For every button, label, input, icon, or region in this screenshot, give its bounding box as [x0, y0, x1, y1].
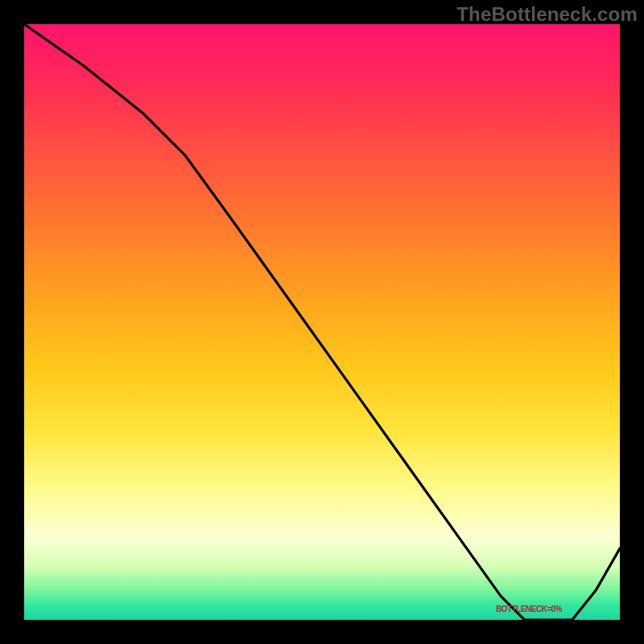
watermark-label: TheBottleneck.com	[456, 3, 638, 26]
plot-area: BOTTLENECK=0%	[24, 24, 620, 620]
line-series-svg	[24, 24, 620, 620]
bottleneck-curve-path	[24, 24, 620, 620]
series-label-bottleneck: BOTTLENECK=0%	[494, 605, 564, 613]
chart-frame: TheBottleneck.com BOTTLENECK=0%	[0, 0, 644, 644]
